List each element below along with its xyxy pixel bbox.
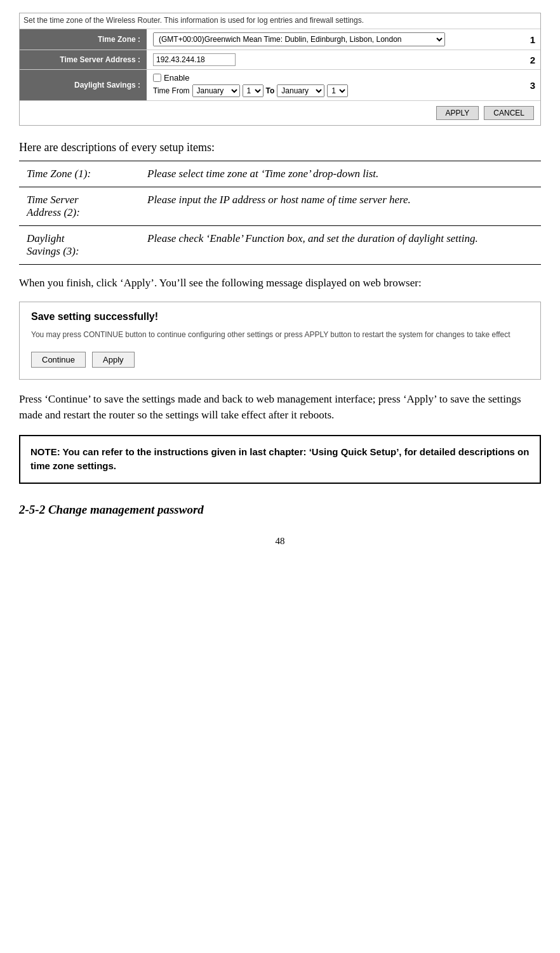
daylight-content: Enable Time From January February March … <box>147 70 525 100</box>
panel-header: Set the time zone of the Wireless Router… <box>20 13 540 29</box>
desc-row-timezone: Time Zone (1): Please select time zone a… <box>19 161 541 187</box>
chapter-title: 2-5-2 Change management password <box>19 503 541 517</box>
timezone-select[interactable]: (GMT+00:00)Greenwich Mean Time: Dublin, … <box>153 32 445 46</box>
time-from-row: Time From January February March 1 2 To … <box>153 84 519 97</box>
enable-checkbox[interactable] <box>153 74 161 82</box>
timeserver-label: Time Server Address : <box>20 50 147 69</box>
success-body: You may press CONTINUE button to continu… <box>31 329 529 340</box>
continue-button[interactable]: Continue <box>31 352 86 368</box>
enable-row: Enable <box>153 73 519 83</box>
timezone-content: (GMT+00:00)Greenwich Mean Time: Dublin, … <box>147 29 525 50</box>
desc-term-timezone: Time Zone (1): <box>19 161 140 187</box>
success-buttons: Continue Apply <box>31 352 529 368</box>
success-title: Save setting successfully! <box>31 311 529 323</box>
timezone-row: Time Zone : (GMT+00:00)Greenwich Mean Ti… <box>20 29 540 50</box>
section-heading: Here are descriptions of every setup ite… <box>19 141 541 154</box>
desc-table: Time Zone (1): Please select time zone a… <box>19 161 541 265</box>
desc-row-daylight: DaylightSavings (3): Please check ‘Enabl… <box>19 226 541 265</box>
enable-label: Enable <box>164 73 189 83</box>
time-from-label: Time From <box>153 86 190 95</box>
desc-row-timeserver: Time ServerAddress (2): Please input the… <box>19 187 541 226</box>
timezone-label: Time Zone : <box>20 29 147 50</box>
timeserver-row: Time Server Address : 2 <box>20 50 540 69</box>
to-day-select[interactable]: 1 2 <box>327 84 348 97</box>
row-num-2: 2 <box>525 50 540 69</box>
row-num-1: 1 <box>525 29 540 50</box>
cancel-button[interactable]: CANCEL <box>484 106 534 120</box>
daylight-row: Daylight Savings : Enable Time From Janu… <box>20 69 540 100</box>
from-month-select[interactable]: January February March <box>192 84 240 97</box>
apply-button[interactable]: APPLY <box>436 106 479 120</box>
to-month-select[interactable]: January February March <box>277 84 324 97</box>
daylight-label: Daylight Savings : <box>20 70 147 100</box>
continue-paragraph: Press ‘Continue’ to save the settings ma… <box>19 391 541 423</box>
page-number: 48 <box>19 536 541 547</box>
to-label: To <box>266 86 275 95</box>
timeserver-input[interactable] <box>153 53 236 66</box>
note-box: NOTE: You can refer to the instructions … <box>19 435 541 484</box>
router-settings-panel: Set the time zone of the Wireless Router… <box>19 13 541 126</box>
desc-body-timeserver: Please input the IP address or host name… <box>140 187 541 226</box>
success-box: Save setting successfully! You may press… <box>19 302 541 380</box>
desc-term-daylight: DaylightSavings (3): <box>19 226 140 265</box>
success-apply-button[interactable]: Apply <box>92 352 135 368</box>
desc-body-timezone: Please select time zone at ‘Time zone’ d… <box>140 161 541 187</box>
row-num-3: 3 <box>525 70 540 100</box>
desc-body-daylight: Please check ‘Enable’ Function box, and … <box>140 226 541 265</box>
timeserver-content <box>147 50 525 69</box>
desc-term-timeserver: Time ServerAddress (2): <box>19 187 140 226</box>
from-day-select[interactable]: 1 2 <box>243 84 263 97</box>
apply-paragraph: When you finish, click ‘Apply’. You’ll s… <box>19 275 541 291</box>
panel-buttons: APPLY CANCEL <box>20 100 540 125</box>
